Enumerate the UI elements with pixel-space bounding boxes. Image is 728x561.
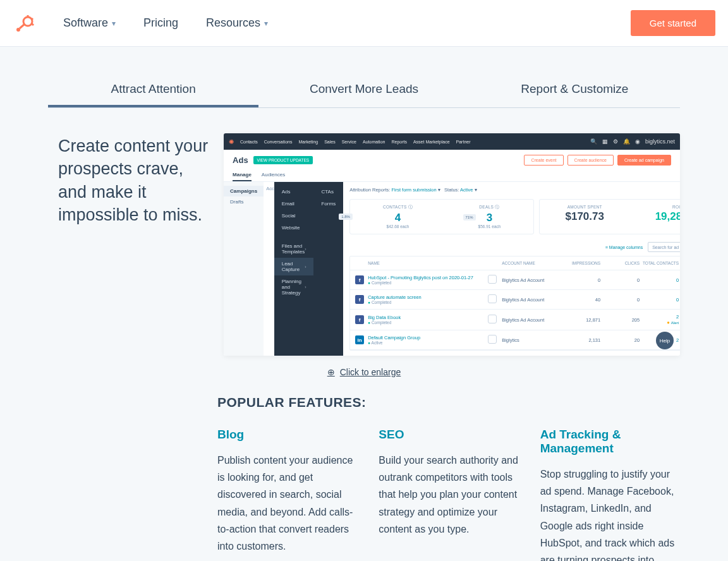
table-row: fBig Data Ebook● CompletedBiglytics Ad A… [350,310,680,330]
shot-body: Campaigns Drafts Acc Ads Email Social We… [224,182,680,356]
chevron-down-icon: ▾ [264,19,268,28]
create-audience-button: Create audience [567,155,614,166]
feature-link[interactable]: Blog [217,428,357,442]
features-section: POPULAR FEATURES: Blog Publish content y… [48,377,680,561]
toggle [488,275,497,284]
search-icon: 🔍 [590,138,597,145]
shot-topnav: ✺ Contacts Conversations Marketing Sales… [224,133,680,150]
click-to-enlarge[interactable]: ⊕Click to enlarge [48,367,680,377]
shot-mega-menu-2: CTAs Forms [313,182,343,356]
feature-link[interactable]: SEO [379,428,518,442]
nav-items: Software▾ Pricing Resources▾ [63,16,268,30]
shot-main: Attribution Reports: First form submissi… [343,182,680,356]
top-nav: Software▾ Pricing Resources▾ Get started [0,0,728,47]
manage-columns-link: ≡ Manage columns [605,245,643,250]
hero-headline: Create content your prospects crave, and… [58,133,209,356]
svg-line-5 [32,23,33,25]
svg-line-2 [20,24,25,28]
gear-icon: ⚙ [613,138,618,145]
product-screenshot[interactable]: ✺ Contacts Conversations Marketing Sales… [224,133,680,356]
metrics-row: 1.8% CONTACTS ⓘ 4 $42.68 each 71% DEALS … [349,199,680,234]
nav-resources[interactable]: Resources▾ [206,16,268,30]
features-title: POPULAR FEATURES: [217,395,680,410]
table-row: fHubSpot - Promoting Biglytics post on 2… [350,270,680,290]
chevron-right-icon: › [305,247,306,251]
toggle [488,335,497,344]
shot-subtabs: Manage Audiences [224,166,680,182]
table-row: inDefault Campaign Group● ActiveBiglytic… [350,330,680,350]
create-campaign-button: Create ad campaign [617,155,671,166]
shot-header: Ads VIEW PRODUCT UPDATES Create event Cr… [224,150,680,166]
linkedin-icon: in [355,335,364,344]
get-started-button[interactable]: Get started [631,10,715,36]
facebook-icon: f [355,315,364,324]
hero-section: Create content your prospects crave, and… [48,108,680,356]
search-input: Search for ad campaigns🔍 [648,242,680,252]
shot-leftnav: Campaigns Drafts [224,182,264,356]
facebook-icon: f [355,295,364,304]
section-tabs: Attract Attention Convert More Leads Rep… [48,73,680,108]
feature-blog: Blog Publish content your audience is lo… [217,428,357,561]
bell-icon: 🔔 [623,138,630,145]
chevron-right-icon: › [305,285,306,289]
facebook-icon: f [355,275,364,284]
campaigns-table: NAME ACCOUNT NAME IMPRESSIONS CLICKS TOT… [349,256,680,351]
tab-convert[interactable]: Convert More Leads [258,73,469,107]
nav-pricing[interactable]: Pricing [143,16,178,30]
help-button: Help [656,332,674,349]
marketplace-icon: ▦ [602,138,608,145]
feature-link[interactable]: Ad Tracking & Management [540,428,680,455]
chevron-right-icon: › [305,265,306,269]
toggle [488,315,497,323]
feature-ads: Ad Tracking & Management Stop struggling… [540,428,680,561]
magnify-icon: ⊕ [327,367,335,377]
table-row: fCapture automate screen● CompletedBigly… [350,290,680,310]
feature-seo: SEO Build your search authority and outr… [379,428,518,561]
tab-attract[interactable]: Attract Attention [48,73,258,107]
nav-software[interactable]: Software▾ [63,16,116,30]
updates-badge: VIEW PRODUCT UPDATES [253,156,313,164]
account-name: biglytics.net [645,138,675,145]
avatar-icon: ◉ [635,138,640,145]
chevron-down-icon: ▾ [112,19,116,28]
shot-mega-menu-1: Ads Email Social Website Files and Templ… [274,182,314,356]
toggle [488,294,497,303]
page-title: Ads [233,155,248,165]
tab-report[interactable]: Report & Customize [470,73,680,107]
hubspot-logo[interactable] [15,14,34,33]
create-event-button: Create event [524,155,563,166]
hubspot-icon: ✺ [229,138,234,145]
svg-line-4 [32,18,33,20]
